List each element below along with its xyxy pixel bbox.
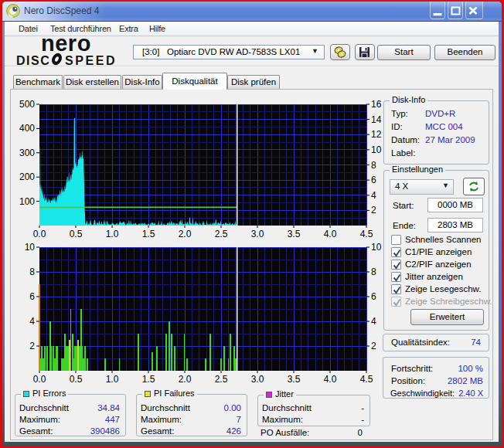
svg-text:100: 100 xyxy=(19,196,35,207)
svg-text:500: 500 xyxy=(19,99,35,110)
svg-text:10: 10 xyxy=(25,242,36,253)
svg-text:4.5: 4.5 xyxy=(360,229,373,239)
svg-text:0.5: 0.5 xyxy=(70,229,83,239)
svg-text:8: 8 xyxy=(371,266,376,277)
svg-text:6: 6 xyxy=(371,175,376,185)
svg-text:1.5: 1.5 xyxy=(142,229,155,239)
svg-text:14: 14 xyxy=(371,114,382,125)
svg-text:3.5: 3.5 xyxy=(288,229,301,239)
svg-text:300: 300 xyxy=(19,148,35,158)
svg-text:2.5: 2.5 xyxy=(215,229,228,239)
svg-text:2.0: 2.0 xyxy=(179,229,192,239)
svg-text:4.0: 4.0 xyxy=(324,374,337,385)
svg-text:2: 2 xyxy=(29,341,35,351)
svg-text:8: 8 xyxy=(29,266,35,277)
svg-text:2.5: 2.5 xyxy=(215,374,228,385)
svg-text:6: 6 xyxy=(29,291,35,302)
svg-text:8: 8 xyxy=(371,160,376,171)
svg-text:0.0: 0.0 xyxy=(33,374,46,385)
svg-text:3.0: 3.0 xyxy=(251,374,264,385)
svg-text:4: 4 xyxy=(29,316,35,327)
svg-text:2: 2 xyxy=(371,205,376,216)
svg-text:16: 16 xyxy=(371,99,382,110)
svg-text:200: 200 xyxy=(19,171,35,182)
svg-text:4: 4 xyxy=(371,316,376,327)
svg-text:1.0: 1.0 xyxy=(106,374,119,385)
svg-text:0.0: 0.0 xyxy=(33,229,46,239)
svg-text:1.5: 1.5 xyxy=(142,374,155,385)
svg-text:4.0: 4.0 xyxy=(324,229,337,239)
svg-text:400: 400 xyxy=(19,123,35,134)
svg-text:12: 12 xyxy=(371,129,382,140)
svg-text:0.5: 0.5 xyxy=(70,374,83,385)
svg-text:2.0: 2.0 xyxy=(179,374,192,385)
svg-text:4: 4 xyxy=(371,190,376,201)
svg-text:10: 10 xyxy=(371,242,382,253)
svg-text:6: 6 xyxy=(371,291,376,302)
svg-text:3.5: 3.5 xyxy=(288,374,301,385)
svg-text:4.5: 4.5 xyxy=(360,374,373,385)
svg-text:1.0: 1.0 xyxy=(106,229,119,239)
svg-text:10: 10 xyxy=(371,144,382,155)
svg-text:2: 2 xyxy=(371,341,376,351)
svg-text:3.0: 3.0 xyxy=(251,229,264,239)
